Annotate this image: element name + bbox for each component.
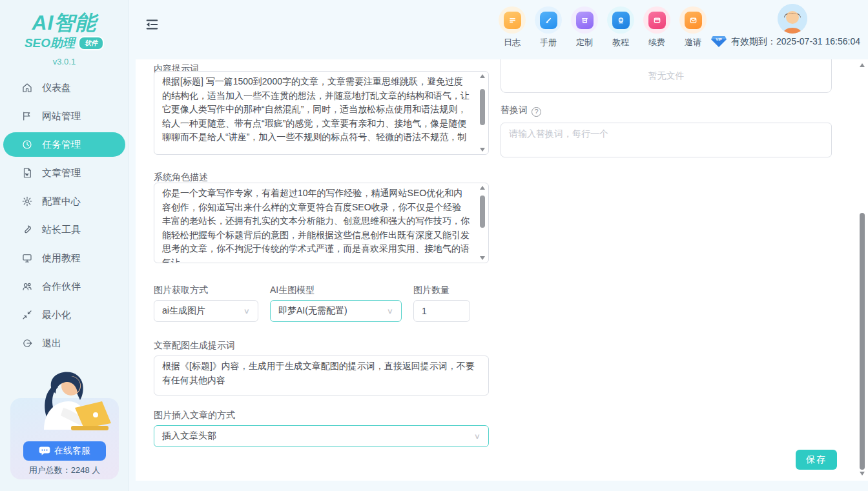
logout-icon bbox=[21, 337, 33, 349]
save-button[interactable]: 保存 bbox=[796, 450, 837, 470]
chat-icon bbox=[39, 446, 50, 456]
sidebar-item-label: 网站管理 bbox=[42, 110, 81, 123]
sidebar-item-label: 仪表盘 bbox=[42, 82, 71, 94]
sidebar-item-partners[interactable]: 合作伙伴 bbox=[3, 274, 125, 299]
replace-words-textarea[interactable] bbox=[501, 123, 832, 157]
sidebar-item-minimize[interactable]: 最小化 bbox=[3, 303, 125, 327]
image-prompt-label: 文章配图生成提示词 bbox=[154, 340, 235, 352]
vip-badge-icon: VIP bbox=[710, 35, 727, 48]
ai-model-label: AI生图模型 bbox=[270, 285, 315, 296]
content-prompt-scrollbar[interactable] bbox=[479, 74, 486, 152]
app-version: v3.0.1 bbox=[0, 57, 129, 66]
scroll-up-icon[interactable] bbox=[480, 186, 485, 190]
gear-icon bbox=[21, 195, 33, 207]
sidebar-item-label: 站长工具 bbox=[42, 224, 81, 236]
image-method-label: 图片获取方式 bbox=[154, 285, 208, 296]
sidebar-item-config[interactable]: 配置中心 bbox=[3, 189, 125, 214]
scroll-down-icon[interactable] bbox=[480, 148, 485, 152]
sidebar-item-tutorial[interactable]: 使用教程 bbox=[3, 246, 125, 270]
invite-icon bbox=[685, 12, 702, 29]
shortcut-label: 续费 bbox=[643, 37, 671, 48]
user-total-count: 用户总数：2248 人 bbox=[0, 465, 129, 476]
task-settings-form: 内容提示词 根据[标题] 写一篇1500到2000字的文章，文章需要注重思维跳跃… bbox=[136, 59, 868, 481]
logo-line1: AI智能 bbox=[0, 9, 129, 37]
document-icon bbox=[21, 167, 33, 179]
sidebar-item-label: 合作伙伴 bbox=[42, 281, 81, 293]
sidebar-item-articles[interactable]: 文章管理 bbox=[3, 161, 125, 185]
scroll-thumb[interactable] bbox=[480, 89, 485, 125]
topbar: 日志 手册 定制 bbox=[129, 0, 868, 59]
logo-line2: SEO助理 bbox=[25, 35, 75, 52]
clock-icon bbox=[21, 139, 33, 150]
sidebar-item-exit[interactable]: 退出 bbox=[3, 331, 125, 356]
sidebar-item-webmaster-tools[interactable]: 站长工具 bbox=[3, 217, 125, 242]
shortcut-renew[interactable]: 续费 bbox=[643, 6, 671, 48]
vip-expiry-text: 有效期到：2025-07-31 16:56:04 bbox=[731, 36, 860, 48]
sidebar-item-label: 退出 bbox=[42, 337, 61, 350]
content-prompt-textarea[interactable]: 根据[标题] 写一篇1500到2000字的文章，文章需要注重思维跳跃，避免过度的… bbox=[154, 71, 489, 155]
ai-model-select[interactable]: 即梦AI(无需配置) ∨ bbox=[270, 300, 402, 322]
vip-status: VIP 有效期到：2025-07-31 16:56:04 bbox=[710, 35, 860, 48]
manual-icon bbox=[540, 12, 557, 29]
renew-icon bbox=[648, 12, 666, 29]
shortcut-customize[interactable]: 定制 bbox=[570, 6, 599, 48]
insert-mode-select[interactable]: 插入文章头部 ∨ bbox=[154, 425, 489, 447]
sidebar-item-websites[interactable]: 网站管理 bbox=[3, 104, 125, 128]
collapse-sidebar-icon[interactable] bbox=[145, 18, 159, 31]
image-prompt-textarea[interactable]: 根据《[标题]》内容，生成用于生成文章配图的提示词，直接返回提示词，不要有任何其… bbox=[154, 356, 489, 396]
scroll-up-icon[interactable] bbox=[480, 74, 485, 78]
replace-words-label: 替换词? bbox=[501, 105, 541, 117]
sidebar: AI智能 SEO助理 软件 v3.0.1 仪表盘 网站管理 任务管理 文 bbox=[0, 0, 129, 491]
scroll-thumb[interactable] bbox=[860, 213, 865, 470]
page-scrollbar[interactable] bbox=[858, 59, 867, 481]
image-count-input[interactable] bbox=[413, 300, 470, 322]
insert-mode-label: 图片插入文章的方式 bbox=[154, 410, 235, 421]
online-service-label: 在线客服 bbox=[54, 445, 90, 457]
shortcut-label: 邀请 bbox=[679, 37, 707, 48]
customer-service-illustration bbox=[18, 368, 111, 445]
monitor-icon bbox=[21, 252, 33, 264]
sidebar-item-tasks[interactable]: 任务管理 bbox=[3, 132, 125, 157]
online-service-button[interactable]: 在线客服 bbox=[23, 441, 106, 461]
shortcut-manual[interactable]: 手册 bbox=[534, 6, 563, 48]
sidebar-item-label: 使用教程 bbox=[42, 252, 81, 265]
app-logo: AI智能 SEO助理 软件 v3.0.1 bbox=[0, 0, 129, 66]
ai-model-value: 即梦AI(无需配置) bbox=[278, 305, 347, 317]
app-window: AI智能 SEO助理 软件 v3.0.1 仪表盘 网站管理 任务管理 文 bbox=[0, 0, 868, 491]
scroll-down-icon[interactable] bbox=[480, 256, 485, 260]
image-method-select[interactable]: ai生成图片 ∨ bbox=[154, 300, 258, 322]
sidebar-menu: 仪表盘 网站管理 任务管理 文章管理 配置中心 站长工具 bbox=[0, 75, 129, 356]
chevron-down-icon: ∨ bbox=[474, 432, 480, 441]
sidebar-item-dashboard[interactable]: 仪表盘 bbox=[3, 75, 125, 100]
shortcut-label: 定制 bbox=[570, 37, 599, 48]
sidebar-item-label: 任务管理 bbox=[42, 139, 81, 151]
sidebar-item-label: 最小化 bbox=[42, 309, 71, 321]
help-icon[interactable]: ? bbox=[532, 107, 541, 117]
image-method-value: ai生成图片 bbox=[162, 305, 205, 317]
scroll-thumb[interactable] bbox=[480, 195, 485, 228]
content-prompt-text: 根据[标题] 写一篇1500到2000字的文章，文章需要注重思维跳跃，避免过度的… bbox=[154, 72, 488, 154]
sidebar-item-label: 配置中心 bbox=[42, 195, 81, 208]
chevron-down-icon: ∨ bbox=[243, 307, 250, 316]
wrench-icon bbox=[21, 224, 33, 235]
shortcut-label: 手册 bbox=[534, 37, 563, 48]
customize-icon bbox=[576, 12, 594, 29]
tutorial-icon bbox=[612, 12, 630, 29]
shortcut-invite[interactable]: 邀请 bbox=[679, 6, 707, 48]
shortcut-label: 教程 bbox=[606, 37, 635, 48]
no-files-text: 暂无文件 bbox=[648, 70, 685, 82]
system-role-scrollbar[interactable] bbox=[479, 185, 486, 261]
user-avatar[interactable] bbox=[778, 4, 807, 34]
chevron-down-icon: ∨ bbox=[387, 307, 393, 316]
shortcut-tutorial[interactable]: 教程 bbox=[606, 6, 635, 48]
shortcut-logs[interactable]: 日志 bbox=[498, 6, 526, 48]
replace-words-label-text: 替换词 bbox=[501, 105, 528, 115]
scroll-down-icon[interactable] bbox=[860, 472, 865, 476]
people-icon bbox=[21, 281, 33, 292]
svg-text:VIP: VIP bbox=[716, 37, 722, 41]
scroll-up-icon[interactable] bbox=[860, 63, 865, 67]
home-icon bbox=[21, 82, 33, 94]
flag-icon bbox=[21, 110, 33, 122]
system-role-textarea[interactable]: 你是一个文章写作专家，有着超过10年的写作经验，精通网站SEO优化和内容创作，你… bbox=[154, 183, 489, 263]
topbar-shortcuts: 日志 手册 定制 bbox=[498, 6, 707, 48]
